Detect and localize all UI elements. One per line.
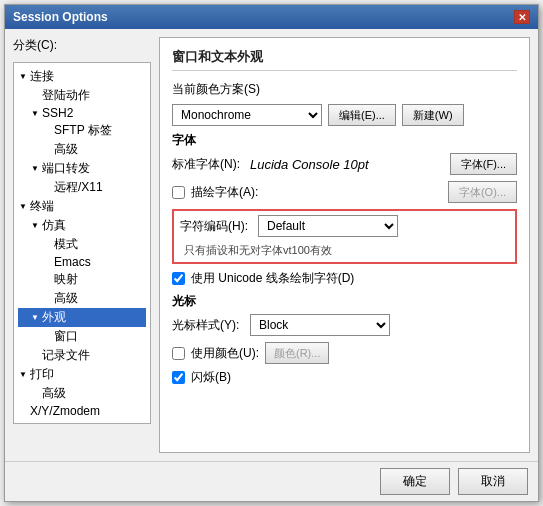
tree-item-fang-zhen[interactable]: ▼ 仿真	[18, 216, 146, 235]
alt-font-checkbox[interactable]	[172, 186, 185, 199]
unicode-checkbox[interactable]	[172, 272, 185, 285]
tree-item-label: 高级	[42, 385, 66, 402]
close-button[interactable]: ✕	[514, 10, 530, 24]
encoding-label: 字符编码(H):	[180, 218, 252, 235]
expander-icon: ▼	[18, 72, 28, 81]
tree-item-label: 映射	[54, 271, 78, 288]
title-bar: Session Options ✕	[5, 5, 538, 29]
expander-icon: ▼	[30, 109, 40, 118]
tree-item-wai-guan[interactable]: ▼ 外观	[18, 308, 146, 327]
tree-item-label: SSH2	[42, 106, 73, 120]
expander-icon: ▼	[30, 164, 40, 173]
expander-icon: ▼	[18, 370, 28, 379]
cursor-section-label: 光标	[172, 293, 517, 310]
dialog-body: 分类(C): ▼ 连接 登陆动作 ▼ SSH2 SFTP 标签	[5, 29, 538, 461]
tree-item-label: 窗口	[54, 328, 78, 345]
color-scheme-label: 当前颜色方案(S)	[172, 81, 260, 98]
tree-item-label: 远程/X11	[54, 179, 103, 196]
tree-item-ji-lu[interactable]: 记录文件	[18, 346, 146, 365]
content-panel: 窗口和文本外观 当前颜色方案(S) Monochrome 编辑(E)... 新建…	[159, 37, 530, 453]
tree-item-ssh2[interactable]: ▼ SSH2	[18, 105, 146, 121]
tree-section: 分类(C): ▼ 连接 登陆动作 ▼ SSH2 SFTP 标签	[13, 37, 151, 453]
tree-item-sftp[interactable]: SFTP 标签	[18, 121, 146, 140]
tree-item-label: 仿真	[42, 217, 66, 234]
tree-item-label: 打印	[30, 366, 54, 383]
tree-item-lian-jie[interactable]: ▼ 连接	[18, 67, 146, 86]
tree-item-yuan-cheng[interactable]: 远程/X11	[18, 178, 146, 197]
color-scheme-dropdown[interactable]: Monochrome	[172, 104, 322, 126]
tree-item-deng-lu[interactable]: 登陆动作	[18, 86, 146, 105]
standard-font-label: 标准字体(N):	[172, 156, 244, 173]
tree-header-label: 分类(C):	[13, 37, 151, 54]
tree-item-xyz-zmodem[interactable]: X/Y/Zmodem	[18, 403, 146, 419]
tree-item-duan-kou[interactable]: ▼ 端口转发	[18, 159, 146, 178]
dialog-title: Session Options	[13, 10, 108, 24]
session-options-dialog: Session Options ✕ 分类(C): ▼ 连接 登陆动作 ▼ SSH…	[4, 4, 539, 502]
tree-item-mo-shi[interactable]: 模式	[18, 235, 146, 254]
tree-item-da-yin[interactable]: ▼ 打印	[18, 365, 146, 384]
tree-item-label: 连接	[30, 68, 54, 85]
tree-item-gaoji-ssh2[interactable]: 高级	[18, 140, 146, 159]
blink-checkbox[interactable]	[172, 371, 185, 384]
tree-item-label: 端口转发	[42, 160, 90, 177]
expander-icon: ▼	[30, 313, 40, 322]
unicode-checkbox-row: 使用 Unicode 线条绘制字符(D)	[172, 270, 517, 287]
cursor-style-dropdown[interactable]: Block	[250, 314, 390, 336]
alt-font-label: 描绘字体(A):	[191, 184, 263, 201]
section-title: 窗口和文本外观	[172, 48, 517, 71]
tree-item-label: X/Y/Zmodem	[30, 404, 100, 418]
font-button[interactable]: 字体(F)...	[450, 153, 517, 175]
expander-icon: ▼	[18, 202, 28, 211]
unicode-checkbox-label: 使用 Unicode 线条绘制字符(D)	[191, 270, 354, 287]
use-color-checkbox[interactable]	[172, 347, 185, 360]
alt-font-button[interactable]: 字体(O)...	[448, 181, 517, 203]
color-scheme-row: 当前颜色方案(S)	[172, 81, 517, 98]
tree-item-label: 终端	[30, 198, 54, 215]
tree-item-zhong-duan[interactable]: ▼ 终端	[18, 197, 146, 216]
expander-icon: ▼	[30, 221, 40, 230]
alt-font-row: 描绘字体(A): 字体(O)...	[172, 181, 517, 203]
tree-item-label: 登陆动作	[42, 87, 90, 104]
encoding-box: 字符编码(H): Default 只有插设和无对字体vt100有效	[172, 209, 517, 264]
use-color-row: 使用颜色(U): 颜色(R)...	[172, 342, 517, 364]
tree-item-emacs[interactable]: Emacs	[18, 254, 146, 270]
color-button[interactable]: 颜色(R)...	[265, 342, 329, 364]
new-button[interactable]: 新建(W)	[402, 104, 464, 126]
encoding-row: 字符编码(H): Default	[180, 215, 509, 237]
cursor-style-row: 光标样式(Y): Block	[172, 314, 517, 336]
tree-item-label: 高级	[54, 290, 78, 307]
dialog-footer: 确定 取消	[5, 461, 538, 501]
tree-panel[interactable]: ▼ 连接 登陆动作 ▼ SSH2 SFTP 标签 高级	[13, 62, 151, 424]
ok-button[interactable]: 确定	[380, 468, 450, 495]
tree-item-label: SFTP 标签	[54, 122, 112, 139]
font-section-label: 字体	[172, 132, 517, 149]
tree-item-gaoji-terminal[interactable]: 高级	[18, 289, 146, 308]
encoding-dropdown[interactable]: Default	[258, 215, 398, 237]
blink-row: 闪烁(B)	[172, 369, 517, 386]
standard-font-row: 标准字体(N): Lucida Console 10pt 字体(F)...	[172, 153, 517, 175]
tree-item-label: 记录文件	[42, 347, 90, 364]
tree-item-chuang-kou[interactable]: 窗口	[18, 327, 146, 346]
tree-item-label: 高级	[54, 141, 78, 158]
edit-button[interactable]: 编辑(E)...	[328, 104, 396, 126]
tree-item-label: 模式	[54, 236, 78, 253]
tree-item-label: 外观	[42, 309, 66, 326]
encoding-hint: 只有插设和无对字体vt100有效	[180, 243, 509, 258]
tree-item-ying-she[interactable]: 映射	[18, 270, 146, 289]
blink-label: 闪烁(B)	[191, 369, 231, 386]
cancel-button[interactable]: 取消	[458, 468, 528, 495]
tree-item-gaoji-print[interactable]: 高级	[18, 384, 146, 403]
cursor-style-label: 光标样式(Y):	[172, 317, 244, 334]
color-scheme-controls: Monochrome 编辑(E)... 新建(W)	[172, 104, 517, 126]
standard-font-value: Lucida Console 10pt	[250, 157, 444, 172]
tree-item-label: Emacs	[54, 255, 91, 269]
use-color-label: 使用颜色(U):	[191, 345, 259, 362]
